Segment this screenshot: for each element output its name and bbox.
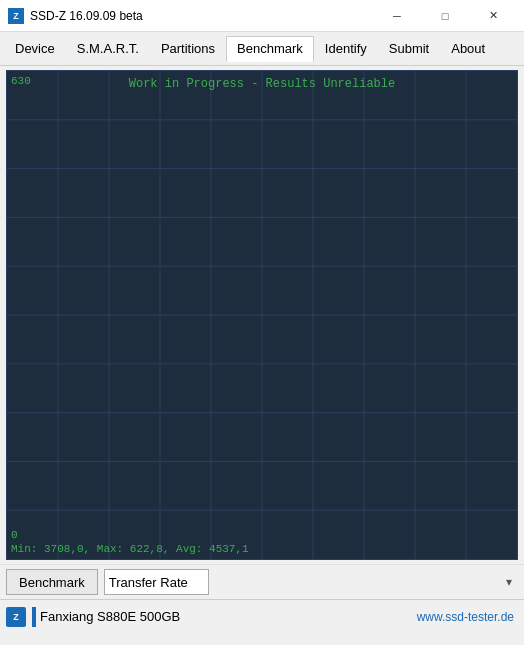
benchmark-toolbar: Benchmark Transfer Rate IOPS Access Time: [0, 564, 524, 599]
menu-item-smart[interactable]: S.M.A.R.T.: [66, 36, 150, 62]
menu-item-about[interactable]: About: [440, 36, 496, 62]
chart-title-label: Work in Progress - Results Unreliable: [7, 77, 517, 91]
benchmark-button[interactable]: Benchmark: [6, 569, 98, 595]
close-button[interactable]: ✕: [470, 0, 516, 32]
website-label: www.ssd-tester.de: [417, 610, 514, 624]
menu-item-device[interactable]: Device: [4, 36, 66, 62]
menu-item-partitions[interactable]: Partitions: [150, 36, 226, 62]
menu-item-benchmark[interactable]: Benchmark: [226, 36, 314, 62]
window-controls: ─ □ ✕: [374, 0, 516, 32]
menu-item-submit[interactable]: Submit: [378, 36, 440, 62]
status-bar: Z Fanxiang S880E 500GB www.ssd-tester.de: [0, 599, 524, 633]
app-icon: Z: [8, 8, 24, 24]
drive-name: Fanxiang S880E 500GB: [40, 609, 180, 624]
benchmark-chart: 630 Work in Progress - Results Unreliabl…: [6, 70, 518, 560]
chart-y-min-label: 0: [11, 529, 18, 541]
minimize-button[interactable]: ─: [374, 0, 420, 32]
menu-bar: Device S.M.A.R.T. Partitions Benchmark I…: [0, 32, 524, 66]
window-title: SSD-Z 16.09.09 beta: [30, 9, 374, 23]
transfer-type-select[interactable]: Transfer Rate IOPS Access Time: [104, 569, 209, 595]
status-drive-info: Fanxiang S880E 500GB: [32, 607, 411, 627]
transfer-type-wrapper: Transfer Rate IOPS Access Time: [104, 569, 518, 595]
chart-stats-label: Min: 3708,0, Max: 622,8, Avg: 4537,1: [11, 543, 249, 555]
maximize-button[interactable]: □: [422, 0, 468, 32]
title-bar: Z SSD-Z 16.09.09 beta ─ □ ✕: [0, 0, 524, 32]
menu-item-identify[interactable]: Identify: [314, 36, 378, 62]
chart-grid-svg: [7, 71, 517, 559]
drive-indicator: [32, 607, 36, 627]
status-app-icon: Z: [6, 607, 26, 627]
